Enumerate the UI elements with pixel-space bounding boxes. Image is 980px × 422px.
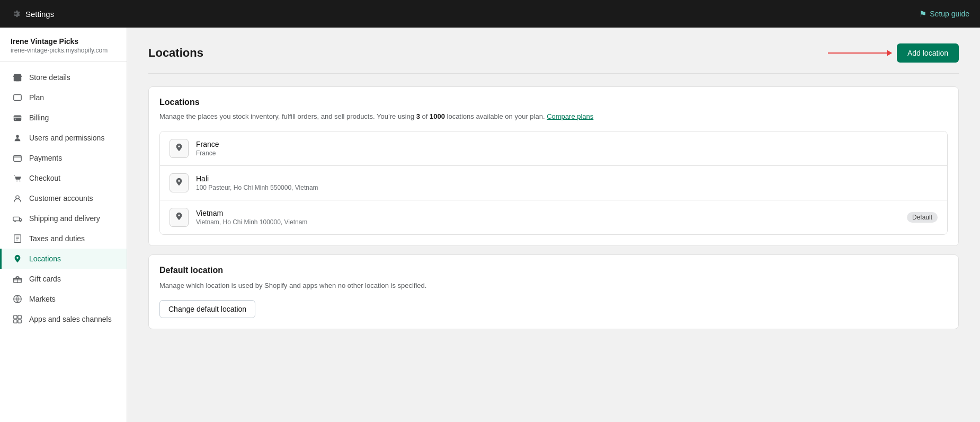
usage-count: 3 xyxy=(416,112,420,120)
location-address: France xyxy=(196,150,938,157)
sidebar-item-shipping-delivery[interactable]: Shipping and delivery xyxy=(0,208,127,228)
sidebar-item-label: Taxes and duties xyxy=(29,234,85,243)
main-content: Locations Add location Locations Manage … xyxy=(127,28,980,422)
location-name: Hali xyxy=(196,174,938,183)
location-pin-icon xyxy=(174,143,184,154)
markets-icon xyxy=(12,294,23,304)
setup-guide-label: Setup guide xyxy=(930,10,969,18)
users-icon xyxy=(12,133,23,143)
sidebar: Irene Vintage Picks irene-vintage-picks.… xyxy=(0,28,127,422)
sidebar-item-checkout[interactable]: Checkout xyxy=(0,168,127,188)
sidebar-nav: Store details Plan Billing xyxy=(0,62,127,335)
sidebar-item-payments[interactable]: Payments xyxy=(0,148,127,168)
sidebar-item-label: Plan xyxy=(29,93,44,102)
location-item-hali[interactable]: Hali 100 Pasteur, Ho Chi Minh 550000, Vi… xyxy=(160,166,947,200)
location-item-vietnam[interactable]: Vietnam Vietnam, Ho Chi Minh 100000, Vie… xyxy=(160,200,947,234)
shipping-icon xyxy=(12,213,23,224)
svg-point-4 xyxy=(15,119,16,120)
location-address: Vietnam, Ho Chi Minh 100000, Vietnam xyxy=(196,218,899,226)
sidebar-item-customer-accounts[interactable]: Customer accounts xyxy=(0,188,127,208)
sidebar-item-gift-cards[interactable]: Gift cards xyxy=(0,269,127,289)
taxes-icon xyxy=(12,233,23,244)
svg-rect-1 xyxy=(16,78,19,81)
store-icon xyxy=(12,72,23,83)
location-name: France xyxy=(196,140,938,148)
location-pin-icon xyxy=(174,212,184,223)
location-pin-box xyxy=(170,173,189,192)
sidebar-item-users-permissions[interactable]: Users and permissions xyxy=(0,128,127,148)
sidebar-store-info: Irene Vintage Picks irene-vintage-picks.… xyxy=(0,28,127,62)
svg-point-5 xyxy=(16,135,19,138)
sidebar-item-label: Customer accounts xyxy=(29,194,93,203)
apps-icon xyxy=(12,314,23,324)
sidebar-item-billing[interactable]: Billing xyxy=(0,108,127,128)
gift-icon xyxy=(12,274,23,284)
description-suffix: locations available on your plan. xyxy=(445,112,545,120)
svg-point-8 xyxy=(20,181,21,182)
sidebar-item-label: Apps and sales channels xyxy=(29,315,112,323)
plan-icon xyxy=(12,92,23,103)
setup-guide-button[interactable]: ⚑ Setup guide xyxy=(919,9,969,19)
svg-rect-18 xyxy=(14,320,17,323)
sidebar-item-label: Billing xyxy=(29,113,49,122)
locations-card: Locations Manage the places you stock in… xyxy=(148,86,959,246)
add-location-button[interactable]: Add location xyxy=(897,43,959,63)
billing-icon xyxy=(12,112,23,123)
svg-rect-6 xyxy=(14,156,21,162)
sidebar-item-label: Payments xyxy=(29,154,62,162)
page-divider xyxy=(148,73,959,74)
store-name: Irene Vintage Picks xyxy=(11,37,116,46)
flag-icon: ⚑ xyxy=(919,9,926,19)
location-pin-icon xyxy=(174,177,184,189)
page-header: Locations Add location xyxy=(148,43,959,63)
sidebar-item-markets[interactable]: Markets xyxy=(0,289,127,309)
location-item-france[interactable]: France France xyxy=(160,131,947,166)
location-info: Vietnam Vietnam, Ho Chi Minh 100000, Vie… xyxy=(196,209,899,226)
sidebar-item-label: Locations xyxy=(29,254,61,263)
svg-rect-10 xyxy=(13,217,20,221)
default-location-card: Default location Manage which location i… xyxy=(148,254,959,329)
svg-point-12 xyxy=(20,221,21,222)
top-bar-left: Settings xyxy=(11,8,54,19)
compare-plans-link[interactable]: Compare plans xyxy=(547,112,593,120)
svg-rect-2 xyxy=(14,95,21,101)
store-url: irene-vintage-picks.myshopify.com xyxy=(11,47,116,54)
location-list: France France Hali 100 Pasteur, Ho Chi M… xyxy=(159,131,948,235)
sidebar-item-label: Checkout xyxy=(29,174,60,182)
location-info: Hali 100 Pasteur, Ho Chi Minh 550000, Vi… xyxy=(196,174,938,191)
svg-rect-17 xyxy=(18,315,21,319)
location-pin-box xyxy=(170,208,189,227)
sidebar-item-apps-sales-channels[interactable]: Apps and sales channels xyxy=(0,309,127,329)
default-location-description: Manage which location is used by Shopify… xyxy=(159,280,948,292)
red-arrow xyxy=(828,52,892,54)
svg-rect-3 xyxy=(14,116,21,121)
svg-rect-16 xyxy=(14,315,17,319)
app-layout: Irene Vintage Picks irene-vintage-picks.… xyxy=(0,28,980,422)
svg-point-11 xyxy=(14,221,16,222)
location-address: 100 Pasteur, Ho Chi Minh 550000, Vietnam xyxy=(196,184,938,191)
location-info: France France xyxy=(196,140,938,157)
sidebar-item-taxes-duties[interactable]: Taxes and duties xyxy=(0,228,127,249)
usage-total: 1000 xyxy=(430,112,445,120)
change-default-location-button[interactable]: Change default location xyxy=(159,300,255,318)
sidebar-item-store-details[interactable]: Store details xyxy=(0,67,127,87)
sidebar-item-plan[interactable]: Plan xyxy=(0,87,127,108)
sidebar-item-label: Markets xyxy=(29,295,56,303)
location-name: Vietnam xyxy=(196,209,899,217)
default-badge: Default xyxy=(907,212,938,223)
settings-gear-icon xyxy=(11,8,21,19)
page-title: Locations xyxy=(148,46,203,60)
sidebar-item-label: Users and permissions xyxy=(29,134,104,142)
svg-point-7 xyxy=(16,181,17,182)
svg-rect-19 xyxy=(18,320,21,323)
checkout-icon xyxy=(12,173,23,183)
arrow-indicator: Add location xyxy=(828,43,959,63)
sidebar-item-label: Gift cards xyxy=(29,275,61,283)
payments-icon xyxy=(12,153,23,163)
locations-card-title: Locations xyxy=(159,98,948,107)
default-location-title: Default location xyxy=(159,266,948,275)
sidebar-item-label: Store details xyxy=(29,73,70,82)
sidebar-item-locations[interactable]: Locations xyxy=(0,249,127,269)
customer-accounts-icon xyxy=(12,193,23,204)
description-prefix: Manage the places you stock inventory, f… xyxy=(159,112,416,120)
